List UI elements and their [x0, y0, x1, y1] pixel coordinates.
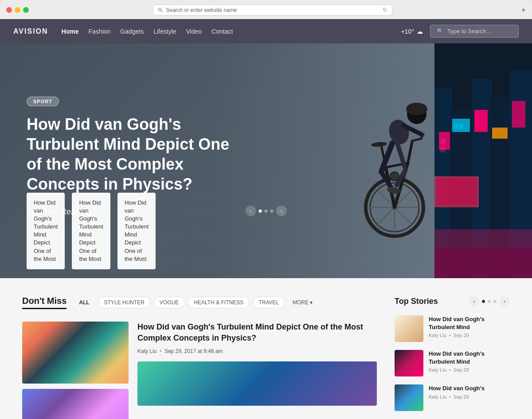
- story-title-2: How Did van Gogh's Turbulent Mind: [429, 350, 510, 365]
- svg-text:市: 市: [475, 123, 481, 130]
- times-square-image: [22, 322, 129, 384]
- nav-video[interactable]: Video: [186, 28, 202, 35]
- stories-next-button[interactable]: ›: [499, 296, 510, 306]
- website-content: AVISION Home Fashion Gadgets Lifestyle V…: [0, 19, 532, 419]
- nav-gadgets[interactable]: Gadgets: [120, 28, 144, 35]
- svg-text:娛: 娛: [453, 124, 458, 130]
- story-item-3[interactable]: How Did van Gogh's Katy Liu • Sep 29: [395, 384, 510, 411]
- category-badge: SPORT: [27, 97, 59, 106]
- filter-health[interactable]: HEALTH & FITNESS: [188, 297, 249, 308]
- story-thumb-3: [395, 384, 423, 411]
- hero-card-1[interactable]: How Did van Gogh's Turbulent Mind Depict…: [27, 193, 65, 270]
- sidebar-header: Top Stories ‹ ›: [395, 296, 510, 306]
- search-icon: [158, 8, 163, 13]
- section-header: Don't Miss ALL STYLE HUNTER VOGUE HEALTH…: [22, 296, 377, 309]
- story-info-3: How Did van Gogh's Katy Liu • Sep 29: [429, 384, 510, 400]
- slider-dot-3[interactable]: [270, 210, 274, 213]
- stories-prev-button[interactable]: ‹: [469, 296, 479, 306]
- svg-line-12: [408, 141, 412, 163]
- svg-text:深: 深: [440, 137, 446, 144]
- filter-travel[interactable]: TRAVEL: [253, 297, 285, 308]
- article-images-col: [22, 322, 129, 419]
- stories-dot-3[interactable]: [493, 300, 497, 303]
- address-bar[interactable]: Search or enter website name ↻: [153, 4, 392, 16]
- minimize-button[interactable]: [15, 7, 20, 13]
- svg-point-16: [371, 141, 387, 147]
- search-icon: 🔍: [437, 28, 444, 35]
- dont-miss-title: Don't Miss: [22, 296, 66, 309]
- svg-text:夜: 夜: [475, 116, 481, 122]
- nav-home[interactable]: Home: [62, 28, 79, 35]
- filter-all[interactable]: ALL: [74, 297, 94, 308]
- site-logo[interactable]: AVISION: [13, 27, 48, 35]
- top-stories-title: Top Stories: [395, 297, 469, 306]
- more-label: MORE: [293, 299, 309, 306]
- maximize-button[interactable]: [23, 7, 29, 13]
- article-bottom-image: [137, 361, 377, 406]
- temperature: +10°: [401, 28, 414, 35]
- story-meta-2: Katy Liu • Sep 29: [429, 367, 510, 372]
- svg-point-26: [390, 172, 399, 181]
- article-date: Sep 29, 2017 at 9:48 am: [164, 348, 223, 354]
- svg-text:樂: 樂: [459, 124, 464, 130]
- search-bar[interactable]: 🔍 Type to Search...: [430, 25, 519, 38]
- svg-point-0: [159, 8, 161, 11]
- hero-card-3[interactable]: How Did van Gogh's Turbulent Mind Depict…: [117, 193, 156, 270]
- story-author-2: Katy Liu: [429, 367, 446, 372]
- filter-style-hunter[interactable]: STYLE HUNTER: [98, 297, 150, 308]
- svg-rect-37: [512, 101, 525, 128]
- story-thumb-2: [395, 350, 423, 376]
- hero-title: How Did van Gogh's Turbulent Mind Depict…: [27, 114, 239, 194]
- refresh-icon[interactable]: ↻: [383, 7, 387, 13]
- featured-article-title: How Did van Gogh's Turbulent Mind Depict…: [137, 322, 377, 344]
- svg-point-19: [406, 103, 427, 115]
- slider-dot-2[interactable]: [265, 210, 268, 213]
- traffic-lights: [6, 7, 29, 13]
- nav-contact[interactable]: Contact: [211, 28, 233, 35]
- sidebar-nav: ‹ ›: [469, 296, 510, 306]
- new-tab-button[interactable]: +: [521, 6, 526, 14]
- nav-fashion[interactable]: Fashion: [89, 28, 111, 35]
- article-grid: How Did van Gogh's Turbulent Mind Depict…: [22, 322, 377, 419]
- more-filters-button[interactable]: MORE ▾: [288, 297, 317, 308]
- slider-dot-1[interactable]: [259, 210, 262, 213]
- story-info-1: How Did van Gogh's Turbulent Mind Katy L…: [429, 315, 510, 338]
- navbar: AVISION Home Fashion Gadgets Lifestyle V…: [0, 19, 532, 43]
- story-item-2[interactable]: How Did van Gogh's Turbulent Mind Katy L…: [395, 350, 510, 376]
- hero-card-2[interactable]: How Did van Gogh's Turbulent Mind Depict…: [72, 193, 110, 270]
- article-text-col: How Did van Gogh's Turbulent Mind Depict…: [137, 322, 377, 419]
- article-author: Katy Liu: [137, 348, 156, 354]
- hero-section: SPORT How Did van Gogh's Turbulent Mind …: [0, 43, 532, 278]
- slider-next-button[interactable]: ›: [276, 206, 287, 216]
- slider-prev-button[interactable]: ‹: [246, 206, 256, 216]
- story-info-2: How Did van Gogh's Turbulent Mind Katy L…: [429, 350, 510, 372]
- stories-dot-1[interactable]: [482, 300, 485, 303]
- address-text: Search or enter website name: [166, 7, 237, 13]
- weather-widget: +10° ☁: [401, 28, 423, 35]
- nav-links: Home Fashion Gadgets Lifestyle Video Con…: [62, 28, 401, 35]
- story-thumb-1: [395, 315, 423, 342]
- nav-lifestyle[interactable]: Lifestyle: [153, 28, 176, 35]
- side-image-bg: 深 圳 娛 樂 夜 市: [434, 43, 532, 278]
- sidebar: Top Stories ‹ › How Did van Gogh's Turbu…: [395, 296, 510, 419]
- svg-text:圳: 圳: [439, 146, 446, 153]
- story-title-1: How Did van Gogh's Turbulent Mind: [429, 315, 510, 331]
- hero-card-3-text: How Did van Gogh's Turbulent Mind Depict…: [125, 199, 149, 262]
- filter-vogue[interactable]: VOGUE: [154, 297, 184, 308]
- story-date-2: Sep 29: [454, 367, 469, 372]
- browser-frame: Search or enter website name ↻ +: [0, 0, 532, 19]
- close-button[interactable]: [6, 7, 12, 13]
- hero-card-2-text: How Did van Gogh's Turbulent Mind Depict…: [79, 199, 103, 262]
- story-author-1: Katy Liu: [429, 333, 446, 338]
- stories-dot-2[interactable]: [488, 300, 491, 303]
- chevron-down-icon: ▾: [310, 299, 313, 306]
- bottom-section: Don't Miss ALL STYLE HUNTER VOGUE HEALTH…: [0, 278, 532, 419]
- story-title-3: How Did van Gogh's: [429, 384, 510, 392]
- story-author-3: Katy Liu: [429, 394, 446, 400]
- story-item-1[interactable]: How Did van Gogh's Turbulent Mind Katy L…: [395, 315, 510, 342]
- story-meta-3: Katy Liu • Sep 29: [429, 394, 510, 400]
- side-image: 深 圳 娛 樂 夜 市: [434, 43, 532, 278]
- svg-rect-47: [437, 178, 477, 205]
- main-content: Don't Miss ALL STYLE HUNTER VOGUE HEALTH…: [22, 296, 395, 419]
- svg-line-13: [412, 139, 421, 141]
